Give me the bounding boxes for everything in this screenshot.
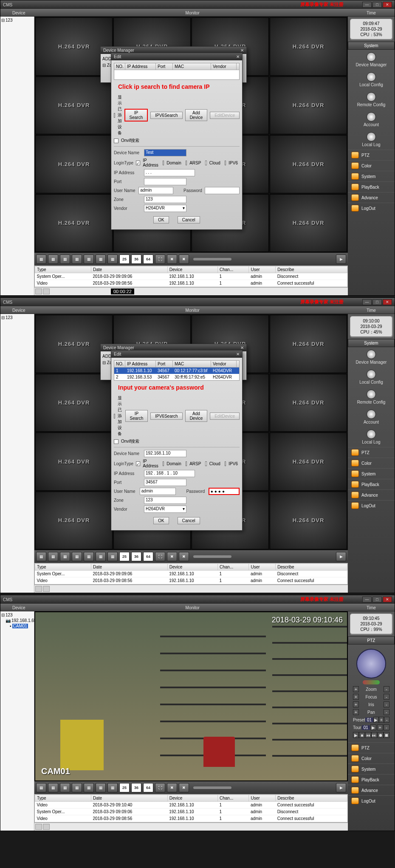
cancel-button[interactable]: Cancel bbox=[178, 216, 200, 223]
side-locallog[interactable]: Local Log bbox=[348, 427, 395, 447]
log-col[interactable]: Date bbox=[91, 266, 168, 273]
system-header[interactable]: System bbox=[348, 42, 395, 50]
media-btn[interactable]: ⏺ bbox=[378, 732, 384, 738]
camera-tile[interactable]: H.264 DVR bbox=[270, 315, 347, 373]
show-added-checkbox[interactable] bbox=[114, 113, 115, 118]
onvif-checkbox[interactable] bbox=[114, 139, 118, 143]
form-input[interactable]: 123 bbox=[144, 497, 186, 504]
log-row[interactable]: Video2018-03-29 09:10:40192.168.1.101adm… bbox=[35, 802, 347, 809]
grid-36-button[interactable]: 36 bbox=[131, 552, 141, 561]
col-mac[interactable]: MAC bbox=[173, 361, 211, 367]
media-btn[interactable]: ⏮ bbox=[365, 732, 371, 738]
tool-button[interactable]: ✖ bbox=[179, 783, 189, 792]
log-col[interactable]: User bbox=[249, 266, 276, 273]
dropdown-icon[interactable]: ▾ bbox=[183, 206, 185, 210]
tool-button[interactable]: ✖ bbox=[167, 552, 177, 561]
grid-layout-button[interactable]: ▦ bbox=[107, 254, 118, 264]
form-input[interactable] bbox=[144, 178, 186, 185]
media-btn[interactable]: ■ bbox=[359, 732, 365, 738]
ptz-val[interactable]: 01 bbox=[362, 725, 370, 730]
grid-layout-button[interactable]: ▦ bbox=[96, 552, 106, 561]
sidebtn-logout[interactable]: LogOut bbox=[348, 203, 395, 213]
expand-button[interactable]: ▶ bbox=[336, 783, 346, 792]
minimize-button[interactable]: — bbox=[362, 2, 372, 8]
grid-25-button[interactable]: 25 bbox=[119, 254, 130, 264]
media-btn[interactable]: ⏭ bbox=[371, 732, 377, 738]
form-input[interactable]: admin bbox=[140, 488, 176, 495]
col-ip[interactable]: IP Address bbox=[125, 63, 156, 70]
close-button[interactable]: ✕ bbox=[383, 597, 392, 602]
media-btn[interactable]: ⏹ bbox=[384, 732, 389, 738]
log-col[interactable]: User bbox=[249, 795, 276, 802]
grid-layout-button[interactable]: ▦ bbox=[60, 254, 70, 264]
log-col[interactable]: Describe bbox=[276, 795, 347, 802]
tool-button[interactable]: ✖ bbox=[179, 254, 189, 264]
ptz-plus[interactable]: + bbox=[353, 701, 359, 707]
radio-ip[interactable] bbox=[136, 161, 140, 165]
form-input[interactable]: 192.168.1.10 bbox=[144, 450, 186, 457]
statusbtn[interactable] bbox=[43, 586, 50, 592]
camera-live-view[interactable]: 2018-03-29 09:10:46CAM01 bbox=[34, 611, 348, 781]
col-mac[interactable]: MAC bbox=[173, 63, 211, 70]
side-account[interactable]: Account bbox=[348, 407, 395, 427]
grid-layout-button[interactable]: ▦ bbox=[72, 552, 82, 561]
side-devmgr[interactable]: Device Manager bbox=[348, 347, 395, 367]
ptz-go[interactable]: ▶ bbox=[373, 717, 379, 723]
fullscreen-button[interactable]: ⛶ bbox=[155, 552, 165, 561]
sidebtn-ptz[interactable]: PTZ bbox=[348, 742, 395, 753]
ptz-speed-slider[interactable] bbox=[363, 680, 380, 684]
grid-64-button[interactable]: 64 bbox=[143, 254, 153, 264]
grid-layout-button[interactable]: ▦ bbox=[107, 552, 118, 561]
grid-layout-button[interactable]: ▦ bbox=[84, 254, 94, 264]
grid-layout-button[interactable]: ▦ bbox=[107, 783, 118, 792]
col-vendor[interactable]: Vendor bbox=[211, 361, 237, 367]
form-input[interactable]: 123 bbox=[144, 196, 186, 203]
volume-slider[interactable] bbox=[193, 555, 231, 558]
grid-layout-button[interactable]: ▦ bbox=[36, 552, 46, 561]
grid-36-button[interactable]: 36 bbox=[131, 783, 141, 792]
grid-layout-button[interactable]: ▦ bbox=[48, 254, 58, 264]
close-button[interactable]: ✕ bbox=[383, 2, 392, 8]
log-col[interactable]: Chan... bbox=[217, 795, 248, 802]
tree-item[interactable]: 📷192.168.1.65 bbox=[1, 618, 33, 623]
grid-25-button[interactable]: 25 bbox=[119, 783, 130, 792]
log-col[interactable]: Date bbox=[91, 564, 168, 571]
camera-tile[interactable]: H.264 DVR bbox=[270, 374, 347, 432]
col-ip[interactable]: IP Address bbox=[125, 361, 156, 367]
ptz-header[interactable]: PTZ bbox=[348, 636, 395, 645]
grid-layout-button[interactable]: ▦ bbox=[60, 783, 70, 792]
log-col[interactable]: Chan... bbox=[217, 564, 248, 571]
volume-slider[interactable] bbox=[193, 258, 231, 260]
camera-tile[interactable]: H.264 DVR bbox=[35, 374, 113, 432]
radio-arsp[interactable] bbox=[186, 161, 187, 165]
ptz-val[interactable]: 01 bbox=[365, 718, 373, 722]
minimize-button[interactable]: — bbox=[362, 299, 372, 305]
grid-layout-button[interactable]: ▦ bbox=[48, 552, 58, 561]
grid-layout-button[interactable]: ▦ bbox=[36, 254, 46, 264]
device-row[interactable]: 2192.168.3.533456730:ff:f6:17:92:e5H264D… bbox=[114, 374, 239, 380]
ptz-plus[interactable]: + bbox=[353, 709, 359, 715]
ptz-dpad[interactable] bbox=[356, 649, 386, 679]
radio-arsp[interactable] bbox=[186, 461, 187, 466]
ptz-add[interactable]: + bbox=[377, 724, 383, 730]
tool-button[interactable]: ✖ bbox=[167, 783, 177, 792]
radio-ipv6[interactable] bbox=[225, 161, 226, 165]
log-col[interactable]: Type bbox=[35, 564, 91, 571]
side-localcfg[interactable]: Local Config bbox=[348, 367, 395, 387]
log-col[interactable]: Device bbox=[167, 266, 217, 273]
editdevice-button[interactable]: EditDevice bbox=[210, 112, 240, 119]
sidebtn-playback[interactable]: PlayBack bbox=[348, 774, 395, 785]
close-icon[interactable]: ✕ bbox=[240, 48, 244, 53]
sidebtn-system[interactable]: System bbox=[348, 763, 395, 774]
grid-layout-button[interactable]: ▦ bbox=[84, 783, 94, 792]
log-col[interactable]: Date bbox=[91, 795, 168, 802]
sidebtn-ptz[interactable]: PTZ bbox=[348, 447, 395, 458]
log-col[interactable]: Describe bbox=[276, 564, 347, 571]
show-added-checkbox[interactable] bbox=[114, 414, 115, 418]
fullscreen-button[interactable]: ⛶ bbox=[155, 783, 165, 792]
close-icon[interactable]: ✕ bbox=[240, 345, 244, 350]
log-col[interactable]: Type bbox=[35, 795, 91, 802]
log-row[interactable]: System Oper...2018-03-29 09:09:06192.168… bbox=[35, 571, 347, 577]
log-col[interactable]: Describe bbox=[276, 266, 347, 273]
grid-layout-button[interactable]: ▦ bbox=[84, 552, 94, 561]
